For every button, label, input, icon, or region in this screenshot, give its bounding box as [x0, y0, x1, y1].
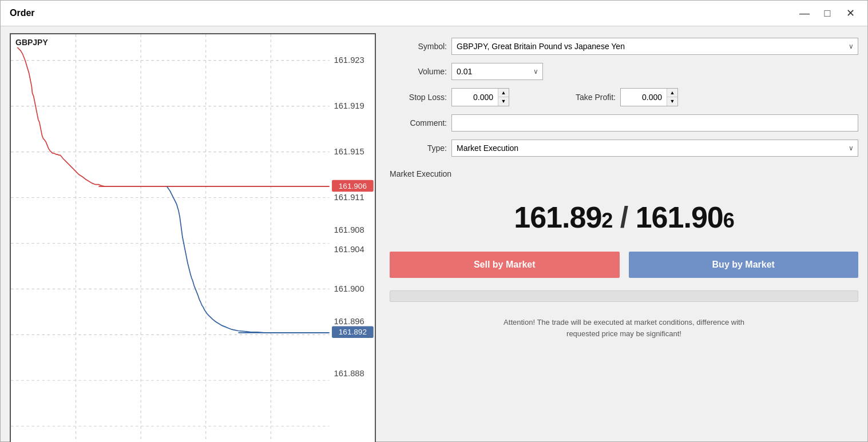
window-title: Order — [10, 8, 796, 18]
svg-text:161.915: 161.915 — [334, 147, 364, 156]
sell-by-market-button[interactable]: Sell by Market — [390, 252, 620, 278]
stoploss-takeprofit-row: Stop Loss: ▲ ▼ Take Profit: ▲ ▼ — [390, 88, 858, 106]
svg-text:161.888: 161.888 — [334, 369, 364, 378]
stop-loss-input[interactable] — [452, 89, 498, 106]
take-profit-down-btn[interactable]: ▼ — [667, 97, 677, 106]
action-buttons: Sell by Market Buy by Market — [390, 252, 858, 278]
chart-symbol-label: GBPJPY — [15, 38, 48, 47]
price-display: 161.892 / 161.906 — [390, 200, 858, 234]
bid-price: 161.89 — [514, 201, 601, 234]
stop-loss-label: Stop Loss: — [390, 93, 447, 102]
ask-price: 161.90 — [636, 201, 723, 234]
comment-label: Comment: — [390, 118, 447, 128]
progress-bar — [390, 290, 858, 302]
symbol-label: Symbol: — [390, 42, 447, 51]
take-profit-input[interactable] — [621, 89, 667, 106]
minimize-button[interactable]: — — [796, 5, 812, 21]
type-row: Type: Market Execution — [390, 140, 858, 157]
comment-row: Comment: — [390, 114, 858, 132]
svg-text:161.923: 161.923 — [334, 55, 364, 65]
stop-loss-up-btn[interactable]: ▲ — [498, 89, 509, 97]
order-window: Order — □ ✕ GBPJPY — [0, 0, 868, 442]
chart-svg: 161.923 161.919 161.915 161.911 161.908 … — [11, 34, 375, 442]
maximize-button[interactable]: □ — [819, 5, 835, 21]
volume-label: Volume: — [390, 67, 447, 76]
symbol-select[interactable]: GBPJPY, Great Britain Pound vs Japanese … — [451, 38, 858, 55]
type-label: Type: — [390, 144, 447, 153]
comment-input[interactable] — [451, 114, 858, 132]
volume-select[interactable]: 0.01 — [451, 63, 543, 80]
bid-suffix: 2 — [601, 209, 612, 232]
right-panel: Symbol: GBPJPY, Great Britain Pound vs J… — [390, 33, 858, 442]
take-profit-up-btn[interactable]: ▲ — [667, 89, 677, 97]
svg-text:161.900: 161.900 — [334, 284, 364, 293]
price-separator: / — [612, 201, 635, 234]
take-profit-spinbox[interactable]: ▲ ▼ — [620, 88, 678, 106]
take-profit-label: Take Profit: — [553, 93, 616, 102]
volume-row: Volume: 0.01 — [390, 63, 858, 80]
svg-text:161.904: 161.904 — [334, 245, 364, 254]
take-profit-buttons: ▲ ▼ — [667, 89, 677, 106]
window-controls: — □ ✕ — [796, 5, 858, 21]
main-content: GBPJPY — [1, 26, 867, 442]
stop-loss-buttons: ▲ ▼ — [498, 89, 509, 106]
symbol-select-wrapper[interactable]: GBPJPY, Great Britain Pound vs Japanese … — [451, 38, 858, 55]
close-button[interactable]: ✕ — [842, 5, 858, 21]
svg-text:161.896: 161.896 — [334, 317, 364, 326]
title-bar: Order — □ ✕ — [1, 1, 867, 26]
chart-area: GBPJPY — [10, 33, 376, 442]
svg-text:161.892: 161.892 — [339, 328, 367, 336]
type-select[interactable]: Market Execution — [451, 140, 858, 157]
section-header: Market Execution — [390, 169, 858, 178]
buy-by-market-button[interactable]: Buy by Market — [629, 252, 859, 278]
volume-select-wrapper[interactable]: 0.01 — [451, 63, 543, 80]
stop-loss-spinbox[interactable]: ▲ ▼ — [451, 88, 509, 106]
chart-inner: 161.923 161.919 161.915 161.911 161.908 … — [11, 34, 375, 442]
attention-text: Attention! The trade will be executed at… — [390, 317, 858, 339]
type-select-wrapper[interactable]: Market Execution — [451, 140, 858, 157]
svg-text:161.906: 161.906 — [339, 181, 367, 190]
svg-text:161.911: 161.911 — [334, 193, 364, 202]
ask-suffix: 6 — [723, 209, 734, 232]
symbol-row: Symbol: GBPJPY, Great Britain Pound vs J… — [390, 38, 858, 55]
svg-text:161.908: 161.908 — [334, 225, 364, 234]
stop-loss-down-btn[interactable]: ▼ — [498, 97, 509, 106]
svg-text:161.919: 161.919 — [334, 101, 364, 110]
